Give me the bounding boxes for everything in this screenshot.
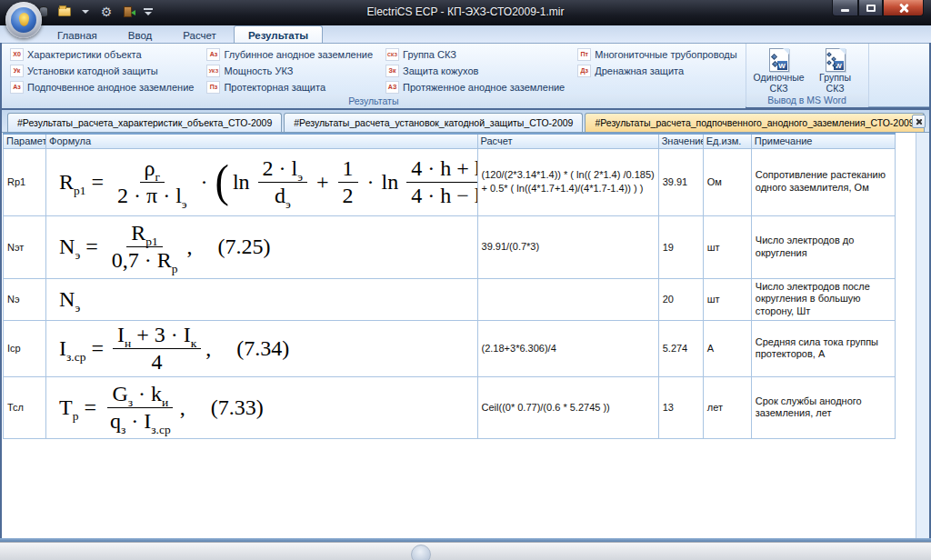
cell-param: Nэт xyxy=(4,215,46,278)
ribbon-item[interactable]: АзПодпочвенное анодное заземление xyxy=(7,79,196,95)
word-group-items: WОдиночные СКЗWГруппы СКЗ xyxy=(746,44,868,94)
word-groups-skz-button[interactable]: WГруппы СКЗ xyxy=(810,47,861,94)
ribbon-item[interactable]: АзГлубинное анодное заземление xyxy=(204,46,375,62)
ribbon-item-icon: Зк xyxy=(385,65,399,77)
ribbon-item-icon: Аз xyxy=(206,48,220,61)
column-header: Формула xyxy=(46,134,477,148)
cell-value: 13 xyxy=(658,376,703,438)
window-controls xyxy=(832,0,924,16)
ribbon-tab-row: ГлавнаяВводРасчетРезультаты xyxy=(0,25,931,43)
application-menu-button[interactable] xyxy=(5,2,42,38)
cell-value: 19 xyxy=(658,215,703,278)
cell-unit: Ом xyxy=(703,148,751,215)
cell-note: Число электродов после округления в боль… xyxy=(751,278,895,320)
doc-tab-1[interactable]: #Результаты_расчета_установок_катодной_з… xyxy=(284,113,583,132)
table-row: NэNэ20штЧисло электродов после округлени… xyxy=(4,278,896,320)
ribbon-item[interactable]: ПзПротекторная защита xyxy=(204,79,375,95)
cell-param: Icp xyxy=(4,320,46,376)
ribbon-item-label: Характеристики объекта xyxy=(27,49,142,60)
start-button-icon[interactable] xyxy=(411,545,431,560)
cell-param: Rp1 xyxy=(4,148,46,215)
cell-param: Тсл xyxy=(4,376,46,438)
cell-value: 5.274 xyxy=(658,320,703,376)
word-document-icon: W xyxy=(826,48,846,72)
formula: Nэ=Rp10,7 · Rp,(7.25) xyxy=(50,221,473,273)
formula: Tр=Gз·kиqз·Iз.ср,(7.33) xyxy=(50,382,473,434)
column-header: Значение xyxy=(658,134,703,148)
cell-value: 39.91 xyxy=(658,148,703,215)
ribbon-item[interactable]: ЗкЗащита кожухов xyxy=(383,63,567,78)
ribbon-group-word-export: WОдиночные СКЗWГруппы СКЗ Вывод в MS Wor… xyxy=(746,44,869,106)
table-header-row: ПараметрФормулаРасчетЗначениеЕд.изм.Прим… xyxy=(4,134,896,148)
ribbon-item-icon: УКЗ xyxy=(206,65,220,77)
cell-unit: шт xyxy=(703,278,751,320)
cell-calc: 39.91/(0.7*3) xyxy=(477,215,658,278)
taskbar xyxy=(0,542,931,560)
results-table-body: Rp1Rp1=ρг2 · π · lэ·(ln2 · lэdэ+12·ln4 ·… xyxy=(4,148,896,438)
ribbon-item-icon: Дз xyxy=(577,65,591,77)
document-tab-strip: #Результаты_расчета_характеристик_объект… xyxy=(2,110,929,133)
ribbon-item-label: Подпочвенное анодное заземление xyxy=(27,82,194,93)
cell-value: 20 xyxy=(658,278,703,320)
cell-note: Средняя сила тока группы протекторов, А xyxy=(751,320,895,376)
ribbon-tabs: ГлавнаяВводРасчетРезультаты xyxy=(44,25,323,43)
ribbon-group-results: X0Характеристики объектаУкУстановки като… xyxy=(2,44,746,106)
ribbon-tab-rezultaty[interactable]: Результаты xyxy=(234,25,323,43)
table-row: NэтNэ=Rp10,7 · Rp,(7.25)39.91/(0.7*3)19ш… xyxy=(4,215,896,278)
cell-unit: А xyxy=(703,320,751,376)
cell-formula: Nэ xyxy=(46,278,477,320)
maximize-button[interactable] xyxy=(858,0,883,16)
close-document-icon[interactable] xyxy=(912,115,926,128)
table-row: Rp1Rp1=ρг2 · π · lэ·(ln2 · lэdэ+12·ln4 ·… xyxy=(4,148,896,215)
cell-formula: Tр=Gз·kиqз·Iз.ср,(7.33) xyxy=(46,376,477,438)
cell-note: Число электродов до округления xyxy=(751,215,895,278)
ribbon-item[interactable]: ПтМногониточные трубопроводы xyxy=(575,46,739,62)
ribbon-item-icon: X0 xyxy=(10,48,24,61)
ribbon-item[interactable]: УкУстановки катодной защиты xyxy=(7,63,196,78)
minimize-button[interactable] xyxy=(832,0,858,16)
ribbon-item-label: Установки катодной защиты xyxy=(27,65,158,76)
formula: Iз.ср=Iн+3 · Iк4,(7.34) xyxy=(50,323,473,375)
word-group-caption: Вывод в MS Word xyxy=(746,94,868,107)
ribbon-item-label: Мощность УКЗ xyxy=(224,65,293,76)
ribbon: X0Характеристики объектаУкУстановки като… xyxy=(2,43,929,107)
ribbon-item-label: Многониточные трубопроводы xyxy=(595,49,736,60)
word-document-icon: W xyxy=(769,48,789,72)
ribbon-item-label: Глубинное анодное заземление xyxy=(224,49,373,60)
cell-param: Nэ xyxy=(4,278,46,320)
cell-note: Срок службы анодного заземления, лет xyxy=(751,376,895,438)
cell-unit: лет xyxy=(703,376,751,438)
ribbon-item[interactable]: X0Характеристики объекта xyxy=(7,46,196,62)
cell-calc: (2.18+3*6.306)/4 xyxy=(477,320,658,376)
word-single-skz-button[interactable]: WОдиночные СКЗ xyxy=(754,47,805,94)
ribbon-tab-vvod[interactable]: Ввод xyxy=(115,25,166,43)
ribbon-item-label: Протекторная защита xyxy=(224,82,325,93)
window-title: ElectriCS ECP - КП-ЭХЗ-СТО2009-1.mir xyxy=(0,5,931,18)
column-header: Ед.изм. xyxy=(703,134,751,148)
ribbon-item-icon: Пт xyxy=(577,48,591,61)
titlebar: ⚙ ElectriCS ECP - КП-ЭХЗ-СТО2009-1.mir xyxy=(0,0,931,25)
column-header: Примечание xyxy=(751,134,895,148)
app-logo-icon xyxy=(11,7,36,33)
ribbon-tab-glavnaya[interactable]: Главная xyxy=(44,25,111,43)
close-button[interactable] xyxy=(883,0,924,16)
application-window: ⚙ ElectriCS ECP - КП-ЭХЗ-СТО2009-1.mir Г… xyxy=(0,0,931,560)
ribbon-item[interactable]: АЗПротяженное анодное заземление xyxy=(383,79,567,95)
cell-calc xyxy=(477,278,658,320)
results-group-items: X0Характеристики объектаУкУстановки като… xyxy=(2,44,746,95)
word-button-label: Группы СКЗ xyxy=(810,73,861,94)
ribbon-item[interactable]: ДзДренажная защита xyxy=(575,63,739,78)
formula: Rp1=ρг2 · π · lэ·(ln2 · lэdэ+12·ln4 · h … xyxy=(50,156,473,208)
vertical-scrollbar[interactable] xyxy=(916,133,929,538)
doc-tab-0[interactable]: #Результаты_расчета_характеристик_объект… xyxy=(7,113,282,132)
ribbon-item[interactable]: СКЗГруппа СКЗ xyxy=(383,46,567,62)
ribbon-tab-raschet[interactable]: Расчет xyxy=(169,25,230,43)
column-header: Расчет xyxy=(477,134,658,148)
doc-tab-2[interactable]: #Результаты_расчета_подпочвенного_анодно… xyxy=(585,113,924,132)
ribbon-item-icon: Ук xyxy=(10,65,24,77)
results-table: ПараметрФормулаРасчетЗначениеЕд.изм.Прим… xyxy=(3,133,896,439)
ribbon-item-icon: Аз xyxy=(10,81,24,94)
cell-formula: Iз.ср=Iн+3 · Iк4,(7.34) xyxy=(46,320,477,376)
ribbon-item[interactable]: УКЗМощность УКЗ xyxy=(204,63,375,78)
results-group-caption: Результаты xyxy=(2,95,746,108)
